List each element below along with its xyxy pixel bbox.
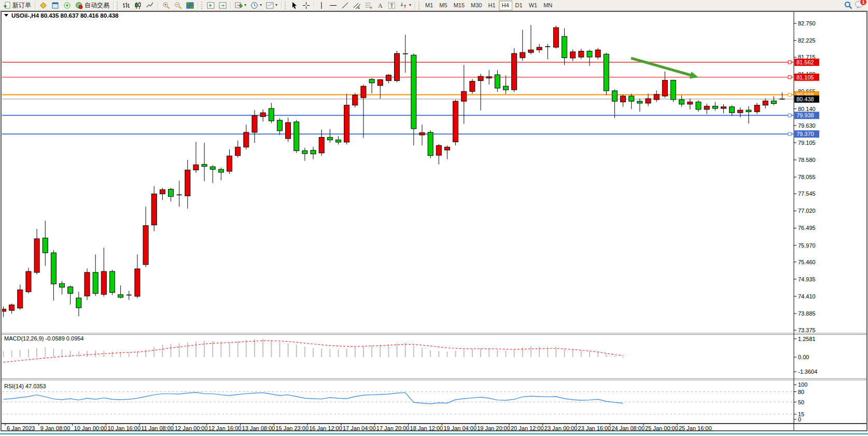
trendline-button[interactable] — [339, 0, 351, 11]
candle-body-up — [143, 226, 148, 265]
timeframe-mn-button[interactable]: MN — [540, 1, 555, 10]
bottom-window-edge — [0, 432, 868, 436]
candle-body-up — [478, 76, 483, 80]
fibonacci-button[interactable]: F — [363, 0, 375, 11]
timeframe-m5-button[interactable]: M5 — [436, 1, 450, 10]
timeframe-d1-button[interactable]: D1 — [512, 1, 526, 10]
timeframe-m30-button[interactable]: M30 — [468, 1, 485, 10]
market-watch-button[interactable] — [37, 0, 49, 11]
candle-body-up — [26, 271, 31, 292]
dropdown-icon: ▾ — [275, 3, 277, 7]
navigator-button[interactable] — [61, 0, 73, 11]
macd-tick-label: -1.3604 — [798, 369, 817, 375]
candle-chart-button[interactable] — [132, 0, 144, 11]
candle-body-down — [671, 80, 676, 100]
auto-trading-button[interactable]: 自动交易 — [73, 0, 111, 11]
price-tick-label: 77.545 — [798, 190, 816, 197]
crosshair-button[interactable] — [300, 0, 312, 11]
chart-title: USOil-,H4 80.435 80.637 80.416 80.438 — [11, 12, 119, 19]
candle-body-down — [277, 120, 282, 131]
candle-body-up — [595, 50, 600, 57]
candle-body-up — [227, 156, 232, 171]
tile-windows-button[interactable] — [184, 0, 196, 11]
candle-body-down — [302, 151, 307, 154]
line-handle-79.370[interactable] — [788, 132, 791, 135]
candle-body-down — [169, 189, 174, 197]
candle-body-down — [60, 283, 65, 287]
line-handle-80.568[interactable] — [788, 93, 791, 97]
candle-body-up — [244, 132, 249, 147]
new-order-button[interactable]: 新订单 — [1, 0, 33, 11]
zoom-out-button[interactable] — [172, 0, 184, 11]
timeframe-h1-button[interactable]: H1 — [485, 1, 498, 10]
price-tick-label: 73.375 — [798, 327, 816, 333]
candle-body-up — [570, 52, 576, 58]
candle-body-down — [604, 54, 609, 91]
candle-body-down — [118, 295, 123, 297]
time-tick-label: 9 Jan 08:00 — [40, 425, 71, 431]
price-chip-79.938-label: 79.938 — [796, 112, 814, 118]
zoom-in-button[interactable] — [160, 0, 172, 11]
timeframe-m1-button[interactable]: M1 — [422, 1, 436, 10]
rsi-tick-label: 80 — [798, 389, 804, 395]
periods-button[interactable]: ▾ — [248, 0, 264, 11]
candle-body-down — [712, 106, 718, 108]
price-chip-81.562-label: 81.562 — [796, 59, 814, 65]
macd-tick-label: 1.2581 — [798, 336, 816, 342]
candle-body-up — [461, 91, 467, 101]
candle-body-up — [646, 99, 651, 103]
candle-body-down — [411, 55, 416, 129]
candle-body-up — [486, 77, 492, 78]
candle-body-up — [135, 269, 140, 296]
price-chip-81.105-label: 81.105 — [796, 74, 814, 80]
candle-body-down — [51, 253, 56, 284]
shapes-button[interactable]: ▾ — [398, 0, 413, 11]
chart-shift-button[interactable] — [217, 0, 229, 11]
candle-body-up — [520, 52, 525, 58]
line-handle-79.938[interactable] — [788, 114, 791, 117]
timeframe-m15-button[interactable]: M15 — [451, 1, 468, 10]
candle-body-down — [68, 287, 73, 294]
time-tick-label: 6 Jan 2023 — [7, 425, 35, 431]
line-handle-81.105[interactable] — [788, 76, 791, 79]
bar-chart-button[interactable] — [120, 0, 132, 11]
time-tick-label: 25 Jan 00:00 — [645, 425, 678, 431]
auto-scroll-button[interactable] — [205, 0, 217, 11]
text-button[interactable]: A — [375, 0, 386, 11]
indicators-button[interactable]: ▾ — [233, 0, 248, 11]
chart-canvas[interactable]: 82.75082.22581.71581.19080.66580.14079.6… — [0, 0, 868, 436]
zoom-in-icon — [162, 2, 170, 9]
timeframe-h4-button[interactable]: H4 — [499, 1, 512, 10]
channel-button[interactable]: E — [351, 0, 363, 11]
chat-button[interactable]: 1 — [855, 0, 864, 11]
time-tick-label: 23 Jan 00:00 — [544, 425, 578, 431]
vline-icon — [318, 2, 325, 9]
line-chart-button[interactable] — [144, 0, 156, 11]
search-button[interactable] — [842, 0, 855, 11]
rsi-tick-label: 100 — [798, 382, 807, 388]
price-tick-label: 79.630 — [798, 122, 816, 129]
label-button[interactable]: T — [386, 0, 398, 11]
svg-text:T: T — [390, 3, 394, 8]
cursor-button[interactable] — [288, 0, 300, 11]
candle-chart-icon — [134, 2, 142, 9]
crosshair-icon — [302, 2, 310, 9]
hline-button[interactable] — [327, 0, 339, 11]
candle-body-down — [202, 165, 207, 167]
price-chip-79.370-label: 79.370 — [796, 131, 814, 137]
data-window-button[interactable] — [49, 0, 61, 11]
timeframe-w1-button[interactable]: W1 — [526, 1, 541, 10]
svg-text:A: A — [378, 2, 383, 9]
zoom-out-icon — [174, 2, 182, 9]
candle-body-up — [662, 80, 667, 96]
candle-body-up — [101, 271, 106, 294]
candle-body-down — [495, 75, 500, 88]
candle-body-up — [579, 51, 584, 57]
candle-body-up — [260, 113, 265, 117]
candle-body-up — [18, 290, 23, 308]
vline-button[interactable] — [316, 0, 327, 11]
templates-button[interactable]: ▾ — [264, 0, 279, 11]
new-order-icon — [3, 2, 11, 9]
price-tick-label: 78.580 — [798, 157, 816, 163]
line-handle-81.562[interactable] — [788, 61, 791, 64]
